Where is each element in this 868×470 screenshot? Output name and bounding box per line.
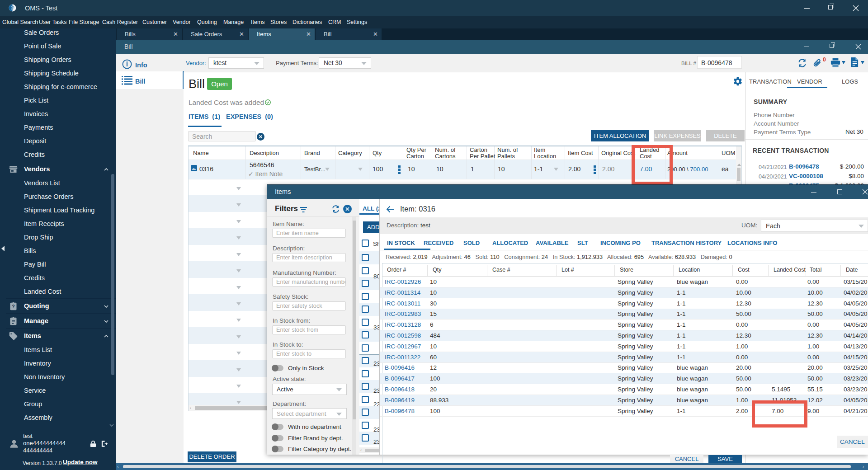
svg-text:?: ? (12, 304, 14, 309)
